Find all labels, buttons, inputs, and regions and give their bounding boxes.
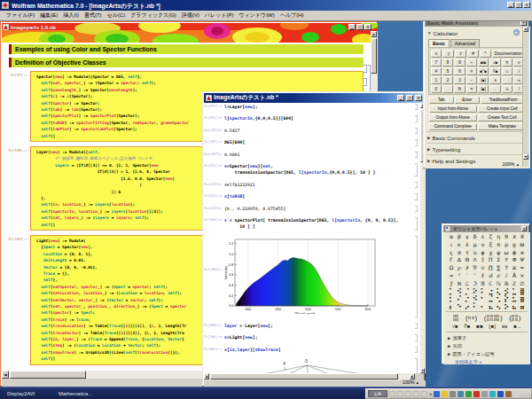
main-titlebar[interactable]: Wolfram Mathematica 7.0 - [ImageArtsのテスト…	[0, 0, 532, 11]
close-button[interactable]: ✕	[415, 95, 422, 101]
char-button[interactable]: θ	[503, 233, 510, 241]
template-button[interactable]: ■⁄■	[476, 324, 483, 329]
char-button[interactable]: ⡄	[448, 302, 455, 309]
template-button[interactable]: ∜■	[464, 324, 470, 329]
ime-button[interactable]	[397, 391, 403, 397]
matrix-template-button[interactable]	[453, 315, 459, 321]
section-cell[interactable]: Definition of Objective Classes	[9, 58, 364, 67]
char-button[interactable]: Ψ	[519, 256, 526, 264]
button-traditionalform[interactable]: TraditionalForm	[481, 97, 527, 104]
char-button[interactable]: Δ	[456, 256, 463, 264]
input-cell[interactable]: In[566]:=s=Light[new];	[204, 334, 420, 340]
char-button[interactable]: ″	[472, 272, 479, 280]
char-button[interactable]: π	[495, 241, 502, 249]
key[interactable]: ≤	[502, 67, 512, 75]
menu-item[interactable]: 編集(E)	[37, 12, 60, 20]
char-button[interactable]: ν	[480, 241, 487, 249]
input-cell[interactable]: In[487]:=D65[600]	[204, 139, 420, 145]
char-button[interactable]: Θ	[464, 256, 471, 264]
scroll-right-button[interactable]: ▶	[410, 373, 415, 379]
tab-advanced[interactable]: Advanced	[450, 39, 480, 47]
key[interactable]: 6	[454, 67, 465, 75]
char-button[interactable]: ′	[464, 272, 471, 280]
scroll-thumb[interactable]	[210, 373, 398, 379]
key[interactable]: −	[466, 76, 477, 84]
key[interactable]: 2	[442, 76, 453, 84]
button[interactable]: Command Complete	[429, 123, 478, 130]
scroll-thumb[interactable]	[10, 371, 86, 379]
button-tab[interactable]: Tab	[429, 97, 454, 104]
plot-output-cell[interactable]: Out[564]=4004505005506000.00.20.40.60.81…	[204, 236, 420, 317]
key[interactable]: 8	[442, 59, 453, 66]
char-button[interactable]: ∞	[448, 272, 455, 280]
scroll-up-button[interactable]: ▲	[371, 31, 377, 37]
key[interactable]: ∧	[489, 76, 500, 84]
char-button[interactable]: Φ	[511, 256, 518, 264]
imagearts-titlebar[interactable]: ImageArtsのテスト.nb * ▁ ▢ ✕	[204, 93, 424, 103]
input-cell[interactable]: In[533]:=s[toRGB]	[204, 193, 420, 200]
char-button[interactable]: ω	[503, 249, 510, 257]
key[interactable]: ÷	[466, 59, 477, 66]
char-button[interactable]: ρ	[503, 241, 510, 249]
key[interactable]: ■^■	[478, 67, 489, 75]
char-button[interactable]: ∑	[495, 264, 502, 272]
section-typesetting[interactable]: ▶ Typesetting	[426, 143, 528, 154]
palette-scrollbar[interactable]: ▲ ▼	[522, 27, 528, 167]
template-button[interactable]: √■	[452, 324, 458, 329]
char-button[interactable]: ζ	[487, 233, 494, 241]
char-button[interactable]: ⅆ	[487, 272, 494, 280]
key[interactable]: 4	[431, 67, 442, 75]
input-cell[interactable]: In[567]:=s[in,layer][showTrace]	[204, 347, 420, 353]
all-special-chars-link[interactable]: 全特殊文字 »	[446, 358, 528, 364]
menu-item[interactable]: 挿入(I)	[60, 12, 82, 20]
key[interactable]: ,	[489, 85, 500, 93]
imageparts-titlebar[interactable]: Imageparts 1.0.nb	[3, 24, 56, 30]
char-button[interactable]: τ	[464, 249, 471, 257]
taskbar-item[interactable]: Mathematica...	[55, 389, 96, 398]
input-cell[interactable]: In[522]:=l[spectorIn,{0,0,0.5}][600]	[204, 115, 420, 121]
key[interactable]: 0	[431, 85, 442, 93]
char-section[interactable]: ▶矢印	[446, 342, 528, 350]
taskbar-item[interactable]: Display2AVI	[4, 389, 38, 398]
char-palette-titlebar[interactable]: ギリシャ文字パレット ✕	[443, 225, 528, 232]
brown-app-icon[interactable]	[505, 391, 512, 397]
documentation-button[interactable]: Documentation	[492, 50, 525, 58]
matrix-template-button[interactable]: ()	[484, 315, 503, 322]
output-cell[interactable]: Out[522]=0.5437	[204, 128, 420, 134]
magnifier-icon[interactable]	[458, 391, 464, 397]
char-button[interactable]: ⅈ	[503, 272, 510, 280]
clock-icon[interactable]	[513, 391, 520, 397]
ime-indicator[interactable]: あ般	[368, 390, 387, 397]
window-basic-math-assistant[interactable]: Basic Math Assistant ✕ ▼ Calculator ? Ba…	[423, 17, 530, 168]
output-cell[interactable]: Out[487]=0.9001	[204, 152, 420, 158]
key[interactable]: [■]	[478, 85, 489, 93]
scroll-down-button[interactable]: ▼	[420, 368, 425, 373]
char-button[interactable]: ⡢	[503, 302, 510, 309]
char-button[interactable]: ×	[519, 272, 526, 280]
char-button[interactable]: κ	[456, 241, 463, 249]
char-button[interactable]: ⣤	[519, 302, 526, 309]
tray-chevron[interactable]: »	[429, 390, 432, 397]
key[interactable]: 3	[454, 76, 465, 84]
button-enter[interactable]: Enter	[455, 97, 480, 104]
menu-item[interactable]: 書式(T)	[82, 12, 105, 20]
char-button[interactable]: ε	[480, 233, 487, 241]
char-button[interactable]: ⠅	[472, 302, 479, 309]
menu-item[interactable]: パレット(P)	[202, 12, 237, 20]
palette-magnification[interactable]: 100% ▲	[502, 161, 520, 167]
key[interactable]: 5	[442, 67, 453, 75]
minimize-button[interactable]: ▁	[507, 2, 514, 8]
char-button[interactable]: ∂	[511, 233, 518, 241]
section-calculator[interactable]: ▼ Calculator ?	[426, 27, 528, 38]
char-button[interactable]: ϰ	[519, 249, 526, 257]
output-cell[interactable]: Out[533]={0., 0.210959, 0.675455}	[204, 206, 420, 212]
input-cell[interactable]: In[565]:=layer = Layer[new];	[204, 323, 420, 329]
matrix-template-button[interactable]: ()	[466, 315, 477, 322]
template-button[interactable]: ■→	[513, 324, 521, 329]
char-button[interactable]: ℓ	[480, 272, 487, 280]
menu-item[interactable]: ファイル(F)	[4, 12, 37, 20]
char-button[interactable]: χ	[487, 249, 494, 257]
char-button[interactable]: ≅	[511, 264, 518, 272]
button[interactable]: Input from Above	[429, 106, 478, 113]
tab-basic[interactable]: Basic	[428, 39, 450, 47]
